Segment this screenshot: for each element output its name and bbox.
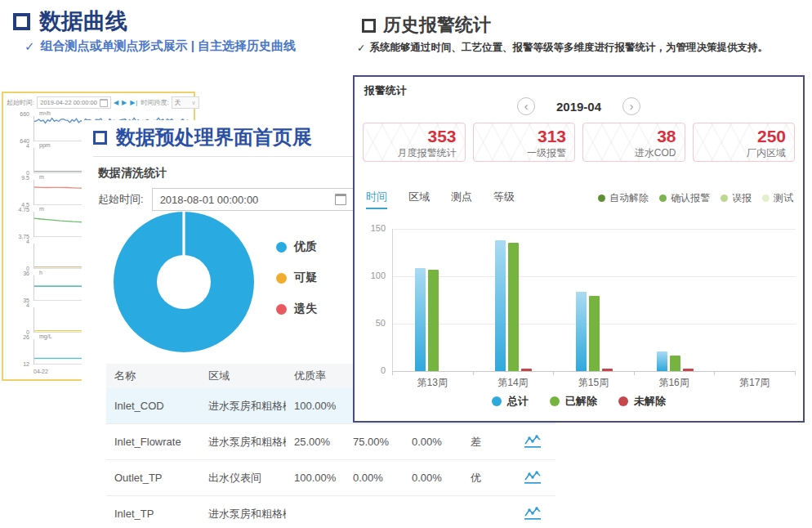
cell-area: 进水泵房和粗格栅 [200,399,286,414]
bar-总计 [415,268,426,371]
unit-label: m [39,174,44,180]
y-max-label: 4 [7,239,29,244]
legend-dot [659,195,667,202]
bar-category-label: 第16周 [634,376,715,390]
time-span-label: 时间跨度: [141,98,168,107]
stat-value: 250 [702,126,787,146]
last-step-icon[interactable]: ▶| [130,99,138,106]
section-bullet-icon [362,19,376,33]
section-title-text: 数据曲线 [39,7,127,36]
legend-label: 自动解除 [609,191,649,205]
stat-card: 313 一级报警 [473,123,576,162]
unit-label: ppm [39,142,51,148]
donut-legend: 优质 可疑 遗失 [276,241,317,334]
stat-card: 38 进水COD [582,123,685,162]
cell-suspect-rate: 0.00% [345,472,404,484]
legend-item[interactable]: 优质 [276,241,317,253]
prev-month-button[interactable]: ‹ [517,97,535,115]
bar-已解除 [508,243,519,371]
trend-line-icon [524,507,542,521]
data-curve-tagline: ✓ 组合测点或单测点形式展示 | 自主选择历史曲线 [25,38,296,54]
calendar-icon[interactable] [100,99,108,107]
trend-chart-button[interactable] [510,471,555,485]
table-row[interactable]: Inlet_TP进水泵房和粗格栅 [106,496,555,528]
table-row[interactable]: Outlet_TP出水仪表间100.00%0.00%0.00%优 [106,460,555,496]
legend-item[interactable]: 确认报警 [659,191,710,205]
trend-line-icon [524,435,542,449]
stat-label: 一级报警 [482,146,567,159]
cell-grade: 差 [462,435,510,450]
legend-dot [618,396,628,406]
stat-value: 38 [591,126,676,146]
cell-quality-rate: 100.00% [286,472,345,484]
stat-cards: 353 月度报警统计 313 一级报警 38 进水COD 250 厂内区域 [363,123,795,162]
y-max-label: 4.75 [7,207,29,213]
cell-grade: 优 [462,471,510,485]
axis-tick [795,371,796,375]
cell-quality-rate: 100.00% [286,400,345,412]
current-month: 2019-04 [556,100,601,114]
axis-tick [392,371,393,375]
clean-stats-subtitle: 数据清洗统计 [98,166,167,181]
legend-dot [276,273,287,284]
legend-label: 确认报警 [671,191,710,205]
check-icon: ✓ [25,39,35,54]
legend-item[interactable]: 可疑 [276,272,317,284]
section-title-history-alarm: 历史报警统计 [362,13,491,38]
donut-gap [182,211,185,282]
month-navigator: ‹ 2019-04 › [355,97,803,115]
next-month-button[interactable]: › [622,97,640,115]
cell-area: 进水泵房和粗格栅 [200,507,286,521]
bar-总计 [576,292,587,371]
tab-point[interactable]: 测点 [451,190,472,209]
calendar-icon[interactable] [335,194,346,205]
trend-line-icon [524,471,542,485]
stat-label: 厂内区域 [702,146,787,159]
gridline [393,229,796,230]
legend-item[interactable]: 总计 [492,394,529,409]
start-time-input[interactable]: 2019-04-22 00:00:00 [37,96,111,109]
check-icon: ✓ [357,42,365,54]
tab-level[interactable]: 等级 [493,190,515,209]
trend-chart-button[interactable] [510,507,555,521]
time-span-select[interactable]: 天 ∨ [172,96,199,109]
cell-area: 出水仪表间 [200,471,286,485]
legend-item[interactable]: 遗失 [276,303,317,315]
trend-chart-button[interactable] [510,435,555,449]
legend-item[interactable]: 未解除 [618,394,666,409]
cell-name: Inlet_Flowrate [106,436,200,448]
prev-step-icon[interactable]: ◀ [114,99,119,106]
table-row[interactable]: Inlet_Flowrate进水泵房和粗格栅25.00%75.00%0.00%差 [106,424,555,460]
gridline [393,276,796,277]
cell-missing-rate: 0.00% [404,472,462,484]
tab-area[interactable]: 区域 [408,190,430,209]
legend-item[interactable]: 自动解除 [598,191,649,205]
legend-dot [276,304,287,315]
alarm-panel-title: 报警统计 [364,83,407,98]
legend-item[interactable]: 误报 [721,191,752,205]
next-step-icon[interactable]: ▶ [122,99,127,106]
unit-label: mg/L [39,333,52,339]
unit-label: m³/h [39,110,51,116]
legend-label: 可疑 [294,271,317,285]
legend-item[interactable]: 已解除 [550,394,597,409]
start-time-label: 起始时间: [7,98,34,107]
weekly-bar-chart [392,229,796,372]
legend-dot [492,396,502,406]
legend-dot [762,195,770,202]
bar-category-label: 第17周 [714,376,795,390]
axis-tick [714,371,715,375]
y-tick-label: 0 [361,365,386,375]
preprocess-title: 数据预处理界面首页展 [93,124,312,150]
header-quality-rate: 优质率 [286,369,345,383]
legend-item[interactable]: 测试 [762,191,793,205]
tab-time[interactable]: 时间 [366,190,387,209]
bar-category-label: 第14周 [473,376,554,390]
y-max-label: 36 [7,271,29,276]
y-max-label: 26 [7,334,29,340]
stat-label: 月度报警统计 [372,146,457,159]
y-tick-label: 100 [361,271,386,280]
bar-已解除 [589,296,600,371]
stat-value: 313 [482,126,567,146]
section-bullet-icon [93,131,107,145]
